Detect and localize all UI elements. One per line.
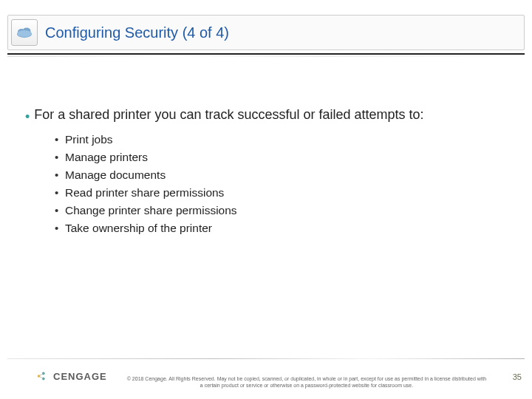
slide-title: Configuring Security (4 of 4) [45,24,229,41]
brand-text: CENGAGE [53,371,107,382]
header-underline [7,53,525,55]
brand-logo-icon [35,369,49,383]
list-item: Print jobs [55,131,510,149]
sub-list: Print jobs Manage printers Manage docume… [55,131,510,237]
header-band: Configuring Security (4 of 4) [7,15,525,50]
lead-bullet: • [25,110,30,123]
lead-row: • For a shared printer you can track suc… [25,107,510,123]
svg-line-7 [39,373,44,376]
list-item: Change printer share permissions [55,202,510,219]
header-underline-shadow [7,56,525,57]
slide: Configuring Security (4 of 4) • For a sh… [0,0,532,399]
brand: CENGAGE [35,369,107,383]
svg-line-8 [39,376,44,379]
list-item: Manage printers [55,149,510,166]
cloud-icon [11,19,38,46]
lead-text: For a shared printer you can track succe… [34,107,423,123]
copyright: © 2018 Cengage. All Rights Reserved. May… [126,375,488,389]
footer-divider [7,358,525,359]
list-item: Manage documents [55,166,510,184]
page-number: 35 [513,372,522,381]
body: • For a shared printer you can track suc… [25,107,510,237]
svg-point-3 [18,30,32,37]
list-item: Take ownership of the printer [55,219,510,237]
list-item: Read printer share permissions [55,184,510,202]
